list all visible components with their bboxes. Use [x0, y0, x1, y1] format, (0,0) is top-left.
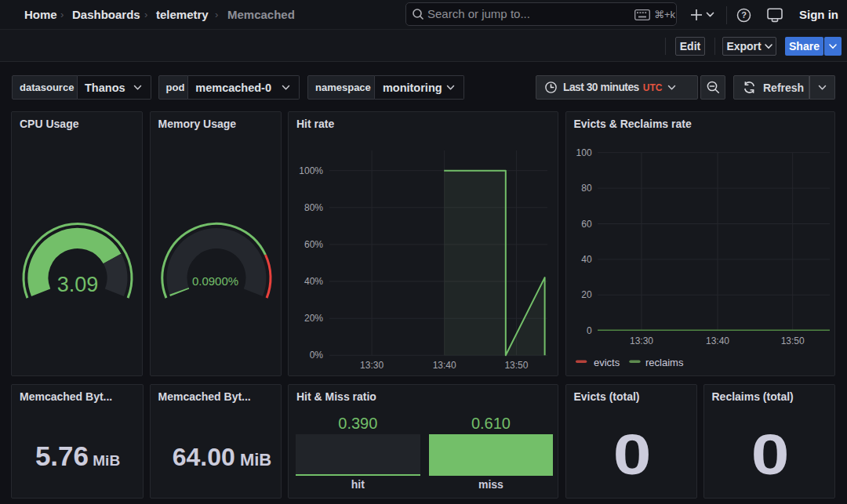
svg-text:13:40: 13:40 — [705, 335, 729, 346]
svg-text:80: 80 — [581, 183, 592, 194]
svg-text:0.0900%: 0.0900% — [191, 274, 238, 288]
svg-text:13:30: 13:30 — [629, 335, 653, 346]
svg-text:3.09: 3.09 — [57, 273, 99, 296]
svg-text:20%: 20% — [304, 313, 323, 324]
svg-text:0: 0 — [586, 325, 591, 336]
svg-text:20: 20 — [581, 289, 592, 300]
svg-text:5.76 MiB: 5.76 MiB — [35, 441, 120, 471]
svg-text:100: 100 — [576, 147, 591, 158]
svg-text:13:40: 13:40 — [433, 360, 456, 371]
svg-text:64.00 MiB: 64.00 MiB — [172, 443, 271, 471]
svg-text:0%: 0% — [310, 350, 324, 361]
svg-text:100%: 100% — [299, 165, 323, 176]
svg-text:60%: 60% — [304, 239, 323, 250]
svg-text:evicts: evicts — [594, 357, 620, 368]
svg-text:13:30: 13:30 — [360, 360, 384, 371]
svg-text:40%: 40% — [304, 276, 323, 287]
svg-text:80%: 80% — [304, 202, 323, 213]
svg-text:reclaims: reclaims — [645, 357, 684, 368]
svg-text:0: 0 — [613, 422, 651, 486]
svg-text:13:50: 13:50 — [780, 335, 804, 346]
svg-text:?: ? — [741, 10, 747, 20]
svg-text:40: 40 — [581, 254, 592, 265]
svg-text:60: 60 — [581, 219, 592, 230]
svg-text:13:50: 13:50 — [504, 360, 528, 371]
svg-text:0: 0 — [751, 422, 789, 486]
